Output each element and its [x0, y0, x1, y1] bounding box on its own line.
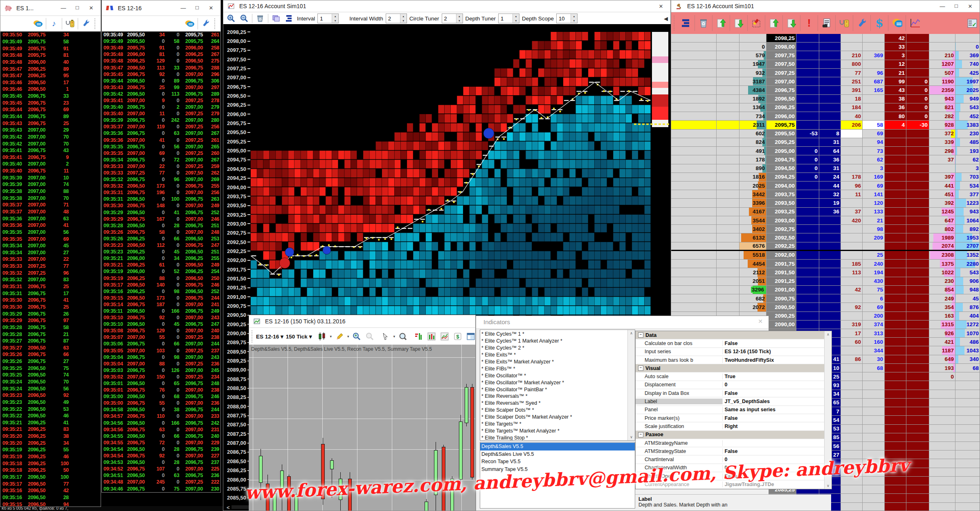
- recycle-icon[interactable]: ♻: [255, 13, 265, 23]
- dom-price-cell[interactable]: 2096,75: [766, 86, 796, 94]
- dom-buy-trades-cell[interactable]: 75: [863, 286, 885, 294]
- dom-buy-summary-cell[interactable]: 1997: [955, 77, 980, 85]
- dom-buy-summary-cell[interactable]: 703: [955, 173, 980, 181]
- hm-titlebar[interactable]: ES 12-16 Account Sim101 ✕: [223, 0, 670, 12]
- dom-buy-col[interactable]: [671, 164, 717, 173]
- indicator-list-item[interactable]: * Elite Oscillator™ *: [480, 372, 628, 379]
- w2-titlebar[interactable]: ES 12-16 — ☐ ✕: [102, 0, 220, 16]
- page-down-2-icon[interactable]: [786, 18, 797, 28]
- dom-ask-depth-cell[interactable]: [885, 138, 906, 146]
- dom-ask-depth-cell[interactable]: [906, 433, 929, 442]
- dom-sell-summary-cell[interactable]: 854: [929, 286, 955, 294]
- dom-buy-col[interactable]: [671, 216, 717, 224]
- dom-ask-depth-cell[interactable]: [885, 173, 906, 181]
- dom-sell-summary-cell[interactable]: [929, 34, 955, 42]
- dom-volume-cell[interactable]: 6576: [739, 242, 766, 250]
- dom-ask-depth-cell[interactable]: [906, 364, 929, 372]
- dom-price-cell[interactable]: 2094,75: [766, 155, 796, 164]
- dom-sell-trades-cell[interactable]: 113: [841, 268, 863, 276]
- dom-sell-trades-cell[interactable]: [841, 225, 863, 233]
- depth-scope-input[interactable]: 10▲▼: [556, 13, 578, 23]
- dom-sell-col[interactable]: [717, 95, 739, 103]
- dom-sell-summary-cell[interactable]: [929, 477, 955, 485]
- dom-volume-cell[interactable]: 4454: [739, 260, 766, 268]
- dom-bid-depth-cell[interactable]: [819, 103, 841, 112]
- dom-sell-trades-cell[interactable]: 178: [841, 173, 863, 181]
- dom-sell-summary-cell[interactable]: 647: [929, 216, 955, 224]
- dom-buy-summary-cell[interactable]: [955, 425, 980, 433]
- dom-bid-depth-cell[interactable]: [819, 286, 841, 294]
- dom-row[interactable]: 4912095,0006473298193: [671, 147, 980, 155]
- dom-ask-depth-cell[interactable]: [885, 433, 906, 442]
- dom-bid-depth-cell[interactable]: [819, 51, 841, 59]
- dom-volume-cell[interactable]: 824: [739, 138, 766, 146]
- dom-buy-trades-cell[interactable]: 69: [863, 182, 885, 190]
- dom-bid-depth-cell[interactable]: [819, 95, 841, 103]
- dom-buy-trades-cell[interactable]: 58: [863, 121, 885, 129]
- dom-ask-depth-cell[interactable]: [906, 407, 929, 415]
- dom-ask-depth-cell[interactable]: [906, 294, 929, 303]
- dom-sell-summary-cell[interactable]: 210: [929, 51, 955, 59]
- dom-sell-summary-cell[interactable]: 193: [929, 364, 955, 372]
- dom-ask-depth-cell[interactable]: [906, 468, 929, 476]
- dom-bid-depth-cell[interactable]: [796, 286, 819, 294]
- dom-ask-depth-cell[interactable]: [906, 130, 929, 138]
- dom-sell-col[interactable]: [717, 34, 739, 42]
- dom-row[interactable]: 1782094,75036623762: [671, 155, 980, 164]
- dom-bid-depth-cell[interactable]: [819, 77, 841, 85]
- dom-sell-trades-cell[interactable]: 184: [841, 103, 863, 112]
- dom-ask-depth-cell[interactable]: [906, 208, 929, 216]
- dom-ask-depth-cell[interactable]: [906, 416, 929, 424]
- dom-ask-depth-cell[interactable]: [885, 399, 906, 407]
- dom-sell-summary-cell[interactable]: [929, 425, 955, 433]
- dom-ask-depth-cell[interactable]: [906, 173, 929, 181]
- dom-sell-summary-cell[interactable]: 441: [929, 182, 955, 190]
- dom-sell-trades-cell[interactable]: [841, 277, 863, 285]
- dom-ask-depth-cell[interactable]: [885, 503, 906, 511]
- dom-buy-col[interactable]: [671, 69, 717, 77]
- dom-buy-trades-cell[interactable]: 73: [863, 147, 885, 155]
- dom-sell-summary-cell[interactable]: 926: [929, 329, 955, 337]
- dom-row[interactable]: 32962091,004275854948: [671, 286, 980, 294]
- dom-ask-depth-cell[interactable]: [906, 320, 929, 329]
- dom-buy-trades-cell[interactable]: [863, 43, 885, 51]
- chat-icon[interactable]: [184, 19, 195, 29]
- dom-ask-depth-cell[interactable]: [906, 346, 929, 354]
- dom-bid-depth-cell[interactable]: [796, 303, 819, 311]
- dom-ask-depth-cell[interactable]: [885, 346, 906, 354]
- dom-ask-depth-cell[interactable]: [906, 277, 929, 285]
- dom-sell-trades-cell[interactable]: [841, 399, 863, 407]
- dom-row[interactable]: 9322097,25779621507425: [671, 69, 980, 77]
- dom-buy-summary-cell[interactable]: 404: [955, 312, 980, 320]
- dom-bid-depth-cell[interactable]: [796, 199, 819, 207]
- dom-buy-summary-cell[interactable]: 452: [955, 112, 980, 120]
- dom-ask-depth-cell[interactable]: [906, 477, 929, 485]
- dom-price-cell[interactable]: 2091,75: [766, 260, 796, 268]
- dom-sell-summary-cell[interactable]: [929, 494, 955, 502]
- dom-price-cell[interactable]: 2090,00: [766, 320, 796, 329]
- dom-ask-depth-cell[interactable]: [885, 199, 906, 207]
- dom-ask-depth-cell[interactable]: [906, 51, 929, 59]
- dom-ask-depth-cell[interactable]: [885, 277, 906, 285]
- dom-ask-depth-cell[interactable]: [906, 425, 929, 433]
- dom-ask-depth-cell[interactable]: [885, 147, 906, 155]
- dom-buy-trades-cell[interactable]: 133: [863, 208, 885, 216]
- dom-sell-summary-cell[interactable]: [929, 459, 955, 467]
- dom-sell-trades-cell[interactable]: [841, 155, 863, 164]
- dom-price-cell[interactable]: 2096,00: [766, 112, 796, 120]
- dom-ask-depth-cell[interactable]: 21: [885, 69, 906, 77]
- dom-buy-trades-cell[interactable]: [863, 485, 885, 493]
- dom-buy-summary-cell[interactable]: [955, 485, 980, 493]
- dom-ask-depth-cell[interactable]: [885, 425, 906, 433]
- dom-buy-summary-cell[interactable]: [955, 433, 980, 442]
- dom-buy-summary-cell[interactable]: 2025: [955, 86, 980, 94]
- dom-sell-trades-cell[interactable]: 92: [841, 303, 863, 311]
- dom-sell-col[interactable]: [717, 242, 739, 250]
- dom-bid-depth-cell[interactable]: [796, 95, 819, 103]
- dom-buy-summary-cell[interactable]: 485: [955, 138, 980, 146]
- dom-price-cell[interactable]: 2095,00: [766, 147, 796, 155]
- dom-sell-summary-cell[interactable]: 2074: [929, 242, 955, 250]
- dom-bid-depth-cell[interactable]: [819, 69, 841, 77]
- dom-buy-summary-cell[interactable]: [955, 390, 980, 398]
- dom-ask-depth-cell[interactable]: [885, 260, 906, 268]
